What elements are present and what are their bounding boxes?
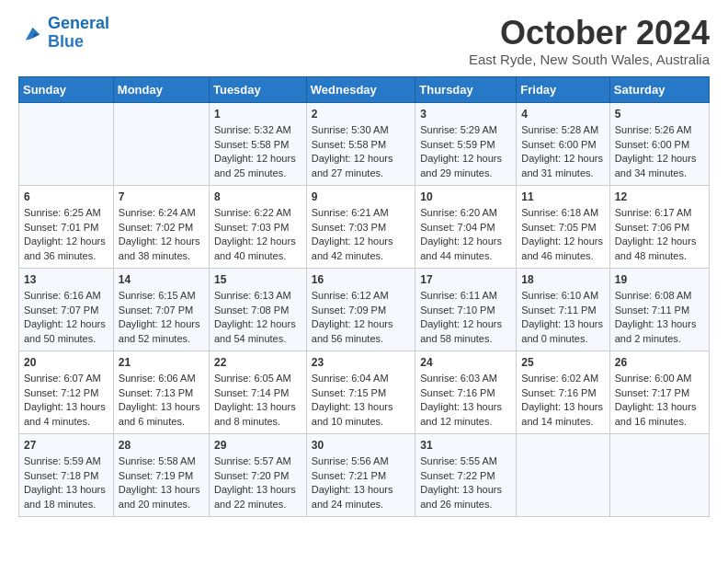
day-number: 18 <box>521 272 604 288</box>
day-number: 22 <box>214 355 301 371</box>
calendar-cell: 12Sunrise: 6:17 AMSunset: 7:06 PMDayligh… <box>609 185 709 268</box>
calendar-cell <box>19 102 114 185</box>
day-number: 4 <box>521 107 604 122</box>
calendar-cell: 27Sunrise: 5:59 AMSunset: 7:18 PMDayligh… <box>19 433 114 516</box>
day-number: 17 <box>420 272 511 288</box>
header-cell-sunday: Sunday <box>19 76 114 102</box>
calendar-cell: 8Sunrise: 6:22 AMSunset: 7:03 PMDaylight… <box>209 185 306 268</box>
calendar-cell: 7Sunrise: 6:24 AMSunset: 7:02 PMDaylight… <box>113 185 209 268</box>
calendar-cell: 13Sunrise: 6:16 AMSunset: 7:07 PMDayligh… <box>19 268 114 350</box>
calendar-cell: 9Sunrise: 6:21 AMSunset: 7:03 PMDaylight… <box>306 185 415 268</box>
calendar-cell: 28Sunrise: 5:58 AMSunset: 7:19 PMDayligh… <box>113 433 209 516</box>
header-cell-monday: Monday <box>113 76 209 102</box>
day-number: 14 <box>119 272 204 288</box>
day-number: 7 <box>119 190 204 205</box>
calendar-cell: 29Sunrise: 5:57 AMSunset: 7:20 PMDayligh… <box>209 433 306 516</box>
logo-icon <box>18 20 44 46</box>
day-number: 20 <box>24 355 108 371</box>
day-number: 11 <box>521 190 604 205</box>
logo-text: General Blue <box>48 15 109 52</box>
day-number: 13 <box>24 272 108 288</box>
week-row-5: 27Sunrise: 5:59 AMSunset: 7:18 PMDayligh… <box>19 433 710 516</box>
month-title: October 2024 <box>469 15 710 52</box>
day-number: 16 <box>312 272 410 288</box>
week-row-3: 13Sunrise: 6:16 AMSunset: 7:07 PMDayligh… <box>19 268 710 350</box>
calendar-cell: 17Sunrise: 6:11 AMSunset: 7:10 PMDayligh… <box>415 268 517 350</box>
day-number: 12 <box>615 190 704 205</box>
week-row-2: 6Sunrise: 6:25 AMSunset: 7:01 PMDaylight… <box>19 185 710 268</box>
header-row: SundayMondayTuesdayWednesdayThursdayFrid… <box>19 76 710 102</box>
calendar-body: 1Sunrise: 5:32 AMSunset: 5:58 PMDaylight… <box>19 102 710 516</box>
calendar-cell: 23Sunrise: 6:04 AMSunset: 7:15 PMDayligh… <box>306 350 415 433</box>
day-number: 30 <box>312 438 410 454</box>
day-number: 19 <box>615 272 704 288</box>
calendar-header: SundayMondayTuesdayWednesdayThursdayFrid… <box>19 76 710 102</box>
calendar-cell: 31Sunrise: 5:55 AMSunset: 7:22 PMDayligh… <box>415 433 517 516</box>
header-cell-friday: Friday <box>517 76 609 102</box>
calendar-cell: 11Sunrise: 6:18 AMSunset: 7:05 PMDayligh… <box>517 185 609 268</box>
calendar-cell: 4Sunrise: 5:28 AMSunset: 6:00 PMDaylight… <box>517 102 609 185</box>
calendar-cell <box>113 102 209 185</box>
week-row-1: 1Sunrise: 5:32 AMSunset: 5:58 PMDaylight… <box>19 102 710 185</box>
calendar-cell <box>609 433 709 516</box>
calendar-cell: 3Sunrise: 5:29 AMSunset: 5:59 PMDaylight… <box>415 102 517 185</box>
header-cell-wednesday: Wednesday <box>306 76 415 102</box>
logo: General Blue <box>18 15 109 52</box>
calendar-cell: 19Sunrise: 6:08 AMSunset: 7:11 PMDayligh… <box>609 268 709 350</box>
day-number: 1 <box>214 107 301 122</box>
calendar-cell: 30Sunrise: 5:56 AMSunset: 7:21 PMDayligh… <box>306 433 415 516</box>
calendar-cell: 10Sunrise: 6:20 AMSunset: 7:04 PMDayligh… <box>415 185 517 268</box>
calendar-cell: 21Sunrise: 6:06 AMSunset: 7:13 PMDayligh… <box>113 350 209 433</box>
day-number: 23 <box>312 355 410 371</box>
day-number: 29 <box>214 438 301 454</box>
week-row-4: 20Sunrise: 6:07 AMSunset: 7:12 PMDayligh… <box>19 350 710 433</box>
calendar-cell: 6Sunrise: 6:25 AMSunset: 7:01 PMDaylight… <box>19 185 114 268</box>
header-cell-thursday: Thursday <box>415 76 517 102</box>
header-cell-saturday: Saturday <box>609 76 709 102</box>
day-number: 25 <box>521 355 604 371</box>
day-number: 8 <box>214 190 301 205</box>
day-number: 24 <box>420 355 511 371</box>
calendar-cell: 16Sunrise: 6:12 AMSunset: 7:09 PMDayligh… <box>306 268 415 350</box>
day-number: 6 <box>24 190 108 205</box>
day-number: 5 <box>615 107 704 122</box>
calendar-cell: 22Sunrise: 6:05 AMSunset: 7:14 PMDayligh… <box>209 350 306 433</box>
calendar-cell: 14Sunrise: 6:15 AMSunset: 7:07 PMDayligh… <box>113 268 209 350</box>
title-block: October 2024 East Ryde, New South Wales,… <box>469 15 710 67</box>
day-number: 2 <box>312 107 410 122</box>
calendar-cell: 2Sunrise: 5:30 AMSunset: 5:58 PMDaylight… <box>306 102 415 185</box>
day-number: 10 <box>420 190 511 205</box>
calendar-cell: 24Sunrise: 6:03 AMSunset: 7:16 PMDayligh… <box>415 350 517 433</box>
calendar-table: SundayMondayTuesdayWednesdayThursdayFrid… <box>18 76 710 517</box>
calendar-cell: 18Sunrise: 6:10 AMSunset: 7:11 PMDayligh… <box>517 268 609 350</box>
calendar-cell: 25Sunrise: 6:02 AMSunset: 7:16 PMDayligh… <box>517 350 609 433</box>
day-number: 26 <box>615 355 704 371</box>
day-number: 9 <box>312 190 410 205</box>
calendar-cell: 26Sunrise: 6:00 AMSunset: 7:17 PMDayligh… <box>609 350 709 433</box>
day-number: 15 <box>214 272 301 288</box>
header-cell-tuesday: Tuesday <box>209 76 306 102</box>
calendar-cell: 15Sunrise: 6:13 AMSunset: 7:08 PMDayligh… <box>209 268 306 350</box>
subtitle: East Ryde, New South Wales, Australia <box>469 52 710 67</box>
day-number: 27 <box>24 438 108 454</box>
calendar-cell: 20Sunrise: 6:07 AMSunset: 7:12 PMDayligh… <box>19 350 114 433</box>
day-number: 31 <box>420 438 511 454</box>
header: General Blue October 2024 East Ryde, New… <box>18 15 710 67</box>
calendar-cell: 5Sunrise: 5:26 AMSunset: 6:00 PMDaylight… <box>609 102 709 185</box>
day-number: 28 <box>119 438 204 454</box>
calendar-cell <box>517 433 609 516</box>
day-number: 3 <box>420 107 511 122</box>
day-number: 21 <box>119 355 204 371</box>
calendar-cell: 1Sunrise: 5:32 AMSunset: 5:58 PMDaylight… <box>209 102 306 185</box>
